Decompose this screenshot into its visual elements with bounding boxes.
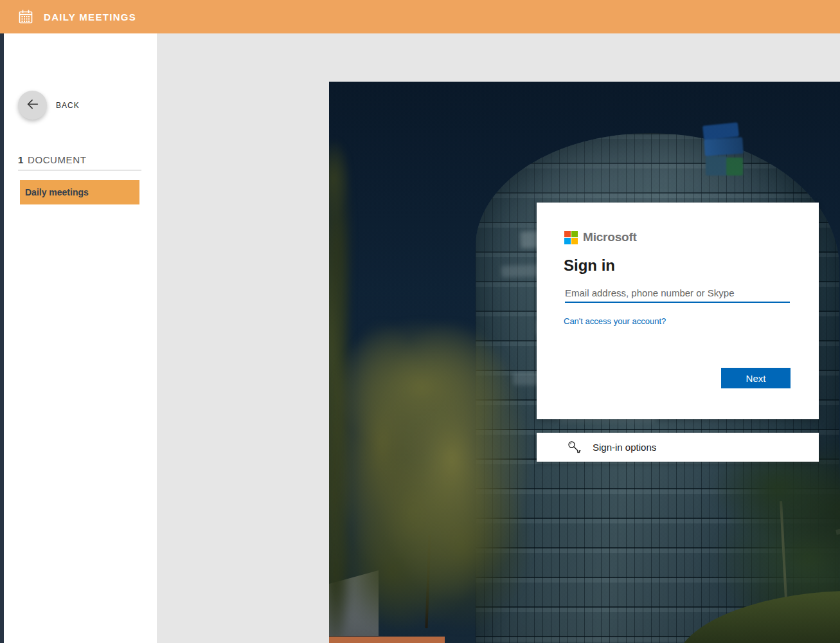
signin-title: Sign in <box>564 257 615 275</box>
calendar-icon <box>18 9 33 24</box>
email-input[interactable] <box>565 284 790 303</box>
back-row: BACK <box>18 91 80 120</box>
open-external-button[interactable]: OPEN EXTERNAL <box>329 637 445 643</box>
signin-options-bar[interactable]: Sign-in options <box>537 433 819 462</box>
app-window: DAILY MEETINGS BACK 1DOCUMENT Daily meet… <box>0 0 840 643</box>
signin-card: Microsoft Sign in Can't access your acco… <box>537 203 819 419</box>
cant-access-account-link[interactable]: Can't access your account? <box>564 316 666 326</box>
microsoft-brand-text: Microsoft <box>583 230 637 244</box>
document-label: DOCUMENT <box>28 154 86 165</box>
next-button[interactable]: Next <box>721 368 791 388</box>
microsoft-logo-icon <box>564 231 578 244</box>
section-divider <box>18 170 141 170</box>
app-header: DAILY MEETINGS <box>0 0 840 33</box>
microsoft-logo: Microsoft <box>564 230 637 244</box>
key-icon <box>567 440 582 455</box>
document-section-header: 1DOCUMENT <box>18 154 86 165</box>
back-label: BACK <box>56 101 80 110</box>
sidebar-item-daily-meetings[interactable]: Daily meetings <box>20 180 139 204</box>
back-button[interactable] <box>18 91 47 120</box>
sidebar: BACK 1DOCUMENT Daily meetings <box>4 33 157 643</box>
page-title: DAILY MEETINGS <box>44 12 136 23</box>
signin-options-label: Sign-in options <box>593 442 656 453</box>
sidebar-item-label: Daily meetings <box>25 187 89 197</box>
document-count: 1 <box>18 154 24 165</box>
back-arrow-icon <box>26 97 40 113</box>
